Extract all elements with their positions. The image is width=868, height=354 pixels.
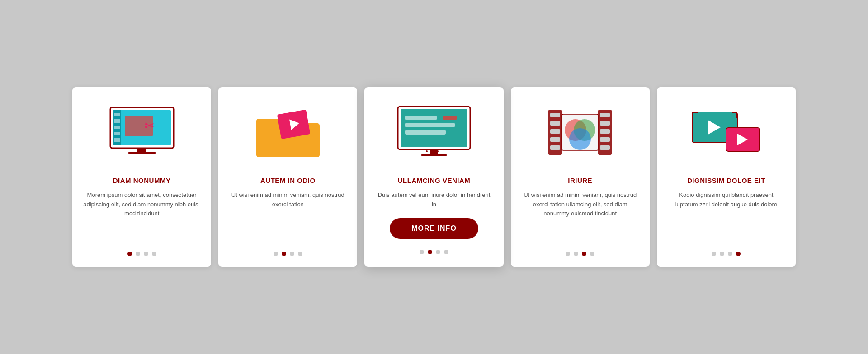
card-1-title: DIAM NONUMMY (113, 177, 171, 184)
svg-rect-5 (114, 126, 120, 129)
card-3-icon-area (375, 101, 492, 164)
svg-rect-40 (600, 129, 610, 134)
dot-3-1 (428, 250, 432, 254)
svg-rect-23 (421, 154, 447, 156)
svg-rect-30 (550, 129, 560, 134)
dot-1-0 (127, 252, 132, 256)
dot-1-2 (144, 252, 148, 256)
more-info-button[interactable]: MORE INFO (390, 218, 478, 239)
dot-5-1 (720, 252, 724, 256)
svg-rect-6 (114, 132, 120, 135)
card-3-dots (420, 242, 448, 254)
card-5-body: Kodio dignissim qui blandit praesent lup… (668, 191, 785, 236)
svg-text:✂: ✂ (144, 119, 155, 133)
dot-2-1 (282, 252, 286, 256)
dot-5-0 (712, 252, 716, 256)
dot-5-3 (736, 252, 741, 256)
folder-video-icon (247, 103, 329, 162)
card-3: ULLAMCING VENIAM Duis autem vel eum iriu… (364, 87, 503, 267)
svg-rect-17 (401, 109, 467, 147)
film-color-icon (539, 103, 621, 162)
svg-rect-7 (114, 138, 120, 142)
dot-2-0 (274, 252, 278, 256)
video-edit-icon: ✂ (101, 103, 183, 162)
svg-rect-31 (550, 137, 560, 142)
dot-4-1 (574, 252, 578, 256)
svg-rect-4 (114, 119, 120, 123)
svg-rect-20 (405, 130, 446, 135)
svg-rect-3 (114, 113, 120, 116)
card-1-body: Morem ipsum dolor sit amet, consectetuer… (83, 191, 200, 236)
card-2-icon-area (229, 101, 346, 164)
card-2-dots (274, 244, 302, 256)
dot-2-3 (298, 252, 302, 256)
svg-point-24 (426, 150, 428, 152)
card-4: IRIURE Ut wisi enim ad minim veniam, qui… (511, 87, 650, 267)
dot-4-0 (566, 252, 570, 256)
dot-4-3 (590, 252, 594, 256)
card-5-dots (712, 244, 741, 256)
dot-1-3 (152, 252, 156, 256)
card-2-body: Ut wisi enim ad minim veniam, quis nostr… (229, 191, 346, 236)
dot-4-2 (582, 252, 586, 256)
svg-rect-21 (443, 116, 457, 120)
monitor-ui-icon (393, 103, 475, 162)
svg-rect-48 (692, 112, 693, 118)
svg-point-26 (437, 150, 439, 152)
dot-3-0 (420, 250, 424, 254)
card-2-title: AUTEM IN ODIO (260, 177, 316, 184)
svg-rect-50 (736, 112, 737, 118)
dot-1-1 (136, 252, 140, 256)
svg-rect-11 (128, 152, 156, 154)
svg-rect-10 (137, 148, 146, 152)
card-3-title: ULLAMCING VENIAM (398, 177, 471, 184)
card-4-body: Ut wisi enim ad minim veniam, quis nostr… (522, 191, 639, 236)
svg-point-36 (569, 128, 591, 150)
svg-point-25 (431, 150, 433, 152)
svg-rect-29 (550, 121, 560, 126)
svg-rect-18 (405, 116, 437, 120)
card-4-title: IRIURE (568, 177, 592, 184)
card-1: ✂ DIAM NONUMMY Morem ipsum dolor sit ame… (72, 87, 211, 267)
svg-rect-28 (550, 113, 560, 117)
cards-container: ✂ DIAM NONUMMY Morem ipsum dolor sit ame… (72, 87, 796, 267)
card-4-icon-area (522, 101, 639, 164)
dot-2-2 (290, 252, 294, 256)
dot-3-2 (436, 250, 440, 254)
svg-rect-42 (600, 145, 610, 150)
card-2: AUTEM IN ODIO Ut wisi enim ad minim veni… (218, 87, 357, 267)
card-3-body: Duis autem vel eum iriure dolor in hendr… (375, 191, 492, 210)
svg-rect-38 (600, 113, 610, 117)
card-4-dots (566, 244, 594, 256)
card-1-dots (127, 244, 156, 256)
card-5-icon-area (668, 101, 785, 164)
card-5: DIGNISSIM DOLOE EIT Kodio dignissim qui … (657, 87, 796, 267)
svg-rect-19 (405, 123, 455, 127)
svg-rect-32 (550, 145, 560, 150)
video-play-icon (685, 103, 767, 162)
dot-5-2 (728, 252, 732, 256)
card-5-title: DIGNISSIM DOLOE EIT (687, 177, 765, 184)
svg-rect-39 (600, 121, 610, 126)
card-1-icon-area: ✂ (83, 101, 200, 164)
svg-rect-41 (600, 137, 610, 142)
dot-3-3 (444, 250, 448, 254)
